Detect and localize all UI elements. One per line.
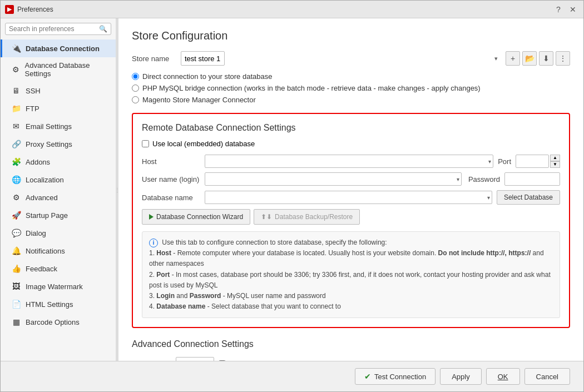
sidebar-item-label: Notifications <box>26 247 65 255</box>
ok-button[interactable]: OK <box>486 368 520 385</box>
host-input-wrapper <box>205 155 493 168</box>
username-input[interactable] <box>205 172 462 186</box>
port-wrapper: 3306 ▲ ▼ <box>516 155 560 168</box>
sidebar-item-proxy-settings[interactable]: 🔗 Proxy Settings <box>1 135 116 153</box>
select-database-button[interactable]: Select Database <box>497 190 560 205</box>
port-up-button[interactable]: ▲ <box>550 155 560 161</box>
info-box: i Use this tab to configure connection t… <box>142 231 560 318</box>
db-name-input-wrapper <box>205 191 492 204</box>
radio-direct-input[interactable] <box>132 73 139 80</box>
apply-button[interactable]: Apply <box>440 368 482 385</box>
advanced-icon: ⚙ <box>11 192 21 202</box>
sidebar-item-notifications[interactable]: 🔔 Notifications <box>1 242 116 260</box>
title-bar: ▶ Preferences ? ✕ <box>1 1 583 18</box>
ssl-row: SSL Version AutoTLS 1.0TLS 1.1TLS 1.2 Us… <box>132 357 570 361</box>
email-icon: ✉ <box>11 121 21 131</box>
ok-label: OK <box>498 373 508 381</box>
cancel-button[interactable]: Cancel <box>524 368 570 385</box>
radio-magento[interactable]: Magento Store Manager Connector <box>132 96 570 104</box>
search-input[interactable] <box>9 25 99 33</box>
sidebar-item-email-settings[interactable]: ✉ Email Settings <box>1 117 116 135</box>
sidebar-item-ssh[interactable]: 🖥 SSH <box>1 82 116 100</box>
sidebar-item-barcode-options[interactable]: ▦ Barcode Options <box>1 313 116 331</box>
main-panel: Store Configuration Store name test stor… <box>118 18 583 361</box>
check-icon: ✔ <box>364 372 371 381</box>
sidebar-item-label: Feedback <box>26 265 57 273</box>
search-box[interactable]: 🔍 <box>5 23 111 35</box>
sidebar-item-label: Proxy Settings <box>26 140 72 148</box>
wizard-buttons: Database Connection Wizard ⬆⬇ Database B… <box>142 209 560 225</box>
window-title: Preferences <box>17 6 552 13</box>
watermark-icon: 🖼 <box>11 281 21 291</box>
startup-icon: 🚀 <box>11 210 21 220</box>
sidebar-item-advanced[interactable]: ⚙ Advanced <box>1 188 116 206</box>
feedback-icon: 👍 <box>11 264 21 274</box>
help-button[interactable]: ? <box>552 3 565 16</box>
sidebar-item-database-connection[interactable]: 🔌 Database Connection <box>1 39 116 57</box>
main-window: ▶ Preferences ? ✕ 🔍 🔌 Database Connectio… <box>0 0 584 392</box>
backup-btn-label: Database Backup/Restore <box>275 213 353 221</box>
download-store-button[interactable]: ⬇ <box>539 51 553 66</box>
add-store-button[interactable]: + <box>506 51 520 66</box>
sidebar-item-label: FTP <box>26 105 39 113</box>
sidebar-item-addons[interactable]: 🧩 Addons <box>1 153 116 171</box>
use-local-label: Use local (embedded) database <box>152 140 255 148</box>
radio-direct[interactable]: Direct connection to your store database <box>132 72 570 81</box>
database-connection-wizard-button[interactable]: Database Connection Wizard <box>142 209 250 225</box>
remote-db-title: Remote Database Connection Settings <box>142 123 560 133</box>
sidebar-item-label: Advanced Database Settings <box>24 61 110 78</box>
sidebar-item-ftp[interactable]: 📁 FTP <box>1 100 116 117</box>
sidebar-item-feedback[interactable]: 👍 Feedback <box>1 260 116 277</box>
ssl-select-wrapper: AutoTLS 1.0TLS 1.1TLS 1.2 <box>176 357 214 361</box>
sidebar-item-label: Image Watermark <box>26 282 83 291</box>
window-controls: ? ✕ <box>552 3 579 16</box>
ssh-icon: 🖥 <box>11 86 21 96</box>
radio-direct-label: Direct connection to your store database <box>142 72 272 81</box>
port-input[interactable]: 3306 <box>516 155 549 168</box>
proxy-icon: 🔗 <box>11 139 21 149</box>
page-title: Store Configuration <box>132 29 570 42</box>
notifications-icon: 🔔 <box>11 246 21 256</box>
db-name-input[interactable] <box>205 191 492 204</box>
database-backup-restore-button[interactable]: ⬆⬇ Database Backup/Restore <box>254 209 360 225</box>
sidebar-item-label: Dialog <box>26 229 46 237</box>
radio-php-input[interactable] <box>132 85 139 92</box>
sidebar-item-label: Barcode Options <box>26 318 80 326</box>
database-connection-icon: 🔌 <box>11 43 21 53</box>
ssl-version-select[interactable]: AutoTLS 1.0TLS 1.1TLS 1.2 <box>176 357 214 361</box>
sidebar-item-label: Email Settings <box>26 122 72 131</box>
remote-db-box: Remote Database Connection Settings Use … <box>132 113 570 328</box>
more-store-button[interactable]: ⋮ <box>556 51 570 66</box>
host-input[interactable] <box>205 155 493 168</box>
advanced-title: Advanced Connection Settings <box>132 339 570 349</box>
store-name-dropdown[interactable]: test store 1 <box>181 51 225 66</box>
password-label: Password <box>468 175 500 183</box>
sidebar-item-startup-page[interactable]: 🚀 Startup Page <box>1 206 116 224</box>
connection-type-group: Direct connection to your store database… <box>132 72 570 104</box>
dialog-icon: 💬 <box>11 228 21 238</box>
sidebar-item-localization[interactable]: 🌐 Localization <box>1 171 116 188</box>
password-input[interactable] <box>504 172 560 186</box>
username-input-wrapper <box>205 172 462 186</box>
close-button[interactable]: ✕ <box>567 3 579 16</box>
db-name-row: Database name Select Database <box>142 190 560 205</box>
sidebar-item-advanced-database-settings[interactable]: ⚙ Advanced Database Settings <box>1 57 116 82</box>
store-name-label: Store name <box>132 54 176 63</box>
play-icon <box>149 214 154 220</box>
host-row: Host Port 3306 ▲ ▼ <box>142 155 560 168</box>
port-down-button[interactable]: ▼ <box>550 161 560 168</box>
db-name-label: Database name <box>142 193 200 202</box>
open-store-button[interactable]: 📂 <box>522 51 537 66</box>
radio-magento-input[interactable] <box>132 96 139 103</box>
test-connection-button[interactable]: ✔ Test Connection <box>355 368 435 385</box>
backup-icon: ⬆⬇ <box>261 213 272 221</box>
sidebar-item-html-settings[interactable]: 📄 HTML Settings <box>1 295 116 313</box>
radio-php[interactable]: PHP MySQL bridge connection (works in th… <box>132 84 570 92</box>
use-local-checkbox[interactable] <box>142 140 149 147</box>
host-label: Host <box>142 157 200 166</box>
sidebar-item-dialog[interactable]: 💬 Dialog <box>1 224 116 242</box>
sidebar-item-label: Startup Page <box>26 211 68 220</box>
store-dropdown-wrapper: test store 1 <box>181 51 501 66</box>
sidebar-item-image-watermark[interactable]: 🖼 Image Watermark <box>1 277 116 295</box>
sidebar-item-label: Addons <box>26 158 50 166</box>
